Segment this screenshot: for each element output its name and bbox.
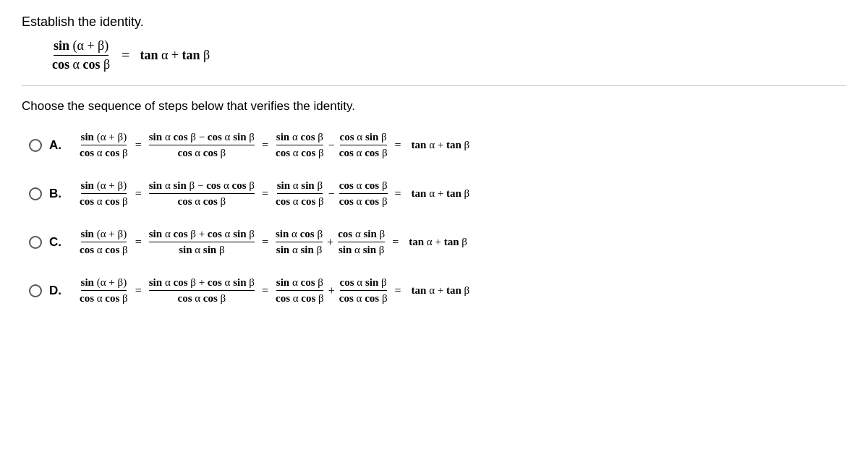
main-denominator: cos α cos β: [52, 56, 110, 72]
options-container: A. sin (α + β) cos α cos β = sin α cos β…: [29, 131, 846, 305]
divider: [22, 85, 846, 86]
option-c-expr: sin (α + β) cos α cos β = sin α cos β + …: [78, 228, 467, 256]
establish-title: Establish the identity.: [22, 14, 846, 30]
main-numerator: sin (α + β): [54, 38, 109, 56]
main-equals: =: [122, 47, 129, 64]
radio-b[interactable]: [29, 187, 42, 200]
radio-c[interactable]: [29, 236, 42, 249]
radio-a[interactable]: [29, 139, 42, 152]
main-rhs: tan α + tan β: [140, 48, 210, 63]
option-row-a: A. sin (α + β) cos α cos β = sin α cos β…: [29, 131, 846, 159]
radio-d[interactable]: [29, 284, 42, 297]
option-row-d: D. sin (α + β) cos α cos β = sin α cos β…: [29, 276, 846, 305]
option-label-d: D.: [49, 284, 71, 298]
option-label-a: A.: [49, 138, 71, 153]
option-b-expr: sin (α + β) cos α cos β = sin α sin β − …: [78, 179, 469, 208]
main-fraction: sin (α + β) cos α cos β: [52, 38, 110, 72]
main-identity: sin (α + β) cos α cos β = tan α + tan β: [51, 38, 846, 72]
option-row-c: C. sin (α + β) cos α cos β = sin α cos β…: [29, 228, 846, 256]
option-label-b: B.: [49, 187, 71, 201]
choose-text: Choose the sequence of steps below that …: [22, 99, 846, 114]
option-label-c: C.: [49, 235, 71, 250]
option-d-expr: sin (α + β) cos α cos β = sin α cos β + …: [78, 276, 469, 305]
option-a-expr: sin (α + β) cos α cos β = sin α cos β − …: [78, 131, 469, 159]
option-row-b: B. sin (α + β) cos α cos β = sin α sin β…: [29, 179, 846, 208]
